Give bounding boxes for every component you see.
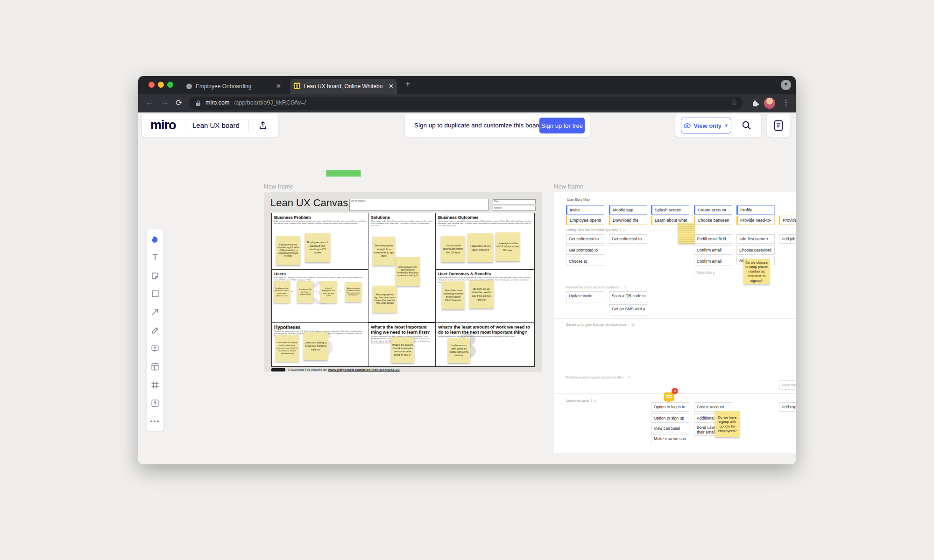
connector-or: or — [315, 290, 317, 293]
notes-document-icon[interactable] — [774, 120, 783, 131]
lean-ux-canvas-frame[interactable]: Lean UX Canvas (v2) Title of initiative:… — [264, 192, 542, 372]
story-card[interactable]: Splash screen — [651, 205, 689, 215]
extensions-puzzle-icon[interactable] — [751, 99, 759, 107]
sticky-note[interactable]: ↓ average number of CS tickets in first … — [495, 232, 520, 261]
tiny-sticky-note[interactable] — [678, 223, 695, 244]
forward-icon[interactable]: → — [161, 98, 169, 107]
frame-tool[interactable] — [147, 376, 163, 394]
story-card[interactable]: Create account — [694, 205, 732, 215]
story-card[interactable]: Get redirected to — [609, 234, 647, 244]
url-host: miro.com — [205, 99, 229, 106]
shape-tool[interactable] — [147, 285, 163, 303]
story-card[interactable]: Mobile app — [609, 205, 647, 215]
close-tab-icon[interactable]: ✕ — [389, 83, 394, 89]
story-card[interactable]: Get an SMS with a — [609, 304, 647, 315]
browser-menu-kebab-icon[interactable]: ⋮ — [782, 98, 790, 107]
connector-plus: + — [339, 289, 341, 293]
reload-icon[interactable]: ⟳ — [176, 98, 182, 108]
sticky-note[interactable]: Implement our best guess on mobile with … — [448, 338, 470, 363]
sticky-note-tool[interactable] — [147, 266, 163, 285]
tab-lean-ux-board[interactable]: Lean UX board, Online Whitebo ✕ — [290, 79, 397, 94]
story-card[interactable]: Add job — [779, 234, 796, 244]
back-icon[interactable]: ← — [146, 98, 154, 107]
tab-search-chevron-icon[interactable]: ▼ — [781, 80, 791, 90]
frame1-label[interactable]: New frame — [264, 183, 293, 190]
section-label: Getting users into the mobile app early1… — [566, 228, 627, 231]
board-name[interactable]: Lean UX board — [192, 121, 240, 129]
sticky-note[interactable]: Allow employees to sign themselves up as… — [373, 286, 397, 313]
story-card[interactable]: Scan a QR code to — [609, 291, 647, 302]
sticky-note[interactable]: What is the amount of work employees are… — [391, 337, 414, 363]
story-card[interactable]: Choose to — [566, 257, 604, 266]
story-card[interactable]: Choose between — [694, 216, 732, 225]
story-card[interactable]: Confirm email — [694, 245, 732, 255]
close-tab-icon[interactable]: ✕ — [276, 83, 281, 89]
view-only-button[interactable]: View only ▼ — [681, 118, 731, 133]
story-card[interactable]: Provide — [779, 216, 796, 225]
green-shape[interactable] — [326, 170, 361, 177]
sticky-note[interactable]: Employees are not experiencing full valu… — [276, 236, 300, 265]
story-card[interactable]: Get prompted to — [566, 245, 604, 255]
signup-free-button[interactable]: Sign up for free — [539, 118, 585, 133]
sticky-note[interactable]: ↑ adoption of key value features — [467, 233, 493, 262]
sticky-note[interactable]: Be fully set up when the need to use Ple… — [469, 280, 494, 308]
sticky-note[interactable]: ↑ % of mobile downloads within first 30 … — [441, 236, 465, 262]
story-card[interactable]: View carrousel — [651, 424, 689, 433]
arrow-tool[interactable] — [147, 303, 163, 321]
sticky-note[interactable]: Send employees straight from invite emai… — [373, 237, 395, 266]
pen-tool[interactable] — [147, 321, 163, 339]
divider — [185, 120, 185, 131]
comment-count-badge[interactable]: 2 — [672, 388, 678, 394]
more-tools[interactable]: ••• — [147, 412, 163, 430]
story-card[interactable]: Prefill email field — [694, 234, 732, 244]
zoom-window-button[interactable] — [167, 82, 173, 88]
story-card[interactable]: Confirm email — [694, 257, 732, 266]
comment-tool[interactable] — [147, 339, 163, 357]
story-card[interactable]: Add first name + — [736, 234, 775, 244]
sticky-note[interactable]: Do we choose to keep phone number as 're… — [743, 259, 770, 284]
story-card[interactable]: Make it so we can — [651, 434, 689, 445]
export-share-icon[interactable] — [258, 120, 268, 131]
story-card[interactable]: Add exp — [779, 402, 796, 412]
new-story-ghost-card[interactable]: New story — [779, 380, 796, 390]
bookmark-star-icon[interactable]: ☆ — [731, 98, 737, 107]
story-card[interactable]: Invite — [566, 205, 604, 215]
tab-employee-onboarding[interactable]: Employee Onboarding ✕ — [184, 79, 285, 94]
sticky-note[interactable]: Employees that don't get a physical card — [297, 281, 313, 303]
story-card[interactable]: Profile — [736, 205, 775, 215]
search-icon[interactable] — [742, 120, 752, 131]
new-tab-button[interactable]: + — [405, 79, 410, 89]
sticky-note[interactable]: Users are willing to setup key features … — [304, 332, 328, 360]
templates-tool[interactable] — [147, 357, 163, 376]
sticky-note[interactable]: Show reviewers the current review thresh… — [396, 257, 420, 286]
story-card[interactable]: Update invite — [566, 291, 604, 302]
upload-tool[interactable] — [147, 394, 163, 412]
select-hand-tool[interactable] — [147, 230, 163, 248]
sticky-note[interactable]: If we move the signup to the mobile app,… — [276, 335, 299, 362]
address-bar[interactable]: miro.com /app/board/o9J_kkRCGfw=/ ☆ — [189, 97, 743, 110]
story-card[interactable]: Create account — [694, 402, 732, 412]
story-card[interactable]: Employee opens — [566, 216, 604, 225]
story-card[interactable]: Provide need-to- — [736, 216, 775, 225]
sticky-note[interactable]: Employees are not educated well, resulti… — [305, 233, 330, 262]
frame2-label[interactable]: New frame — [554, 183, 583, 190]
story-card[interactable]: Option to sign up — [651, 413, 689, 423]
new-story-ghost-card[interactable]: New story — [694, 268, 732, 277]
profile-avatar[interactable] — [764, 98, 775, 109]
text-tool[interactable]: T — [147, 248, 163, 266]
minimize-window-button[interactable] — [158, 82, 164, 88]
story-card[interactable]: Download the — [609, 216, 647, 225]
close-window-button[interactable] — [149, 82, 155, 88]
sticky-note[interactable]: Do we have signup with google for employ… — [715, 411, 740, 437]
eye-icon — [684, 123, 691, 128]
user-story-map-frame[interactable]: User Story Map Invite Mobile app Splash … — [554, 192, 796, 453]
miro-logo[interactable]: miro — [150, 118, 176, 133]
sticky-note[interactable]: Future? Employees that don't get any car… — [320, 281, 337, 303]
sticky-note[interactable]: Employees that get both a virtual card a… — [274, 281, 290, 303]
sticky-note[interactable]: Spend less time uploading receipts by le… — [442, 281, 465, 309]
story-card[interactable]: Get redirected to — [566, 234, 604, 244]
story-card[interactable]: Choose password — [736, 245, 775, 255]
sticky-note[interactable]: Admins that want to understand how Pleo … — [345, 282, 361, 302]
story-card[interactable]: Option to log in to — [651, 402, 689, 412]
section-label: Unplanned cards5 — [566, 399, 596, 402]
